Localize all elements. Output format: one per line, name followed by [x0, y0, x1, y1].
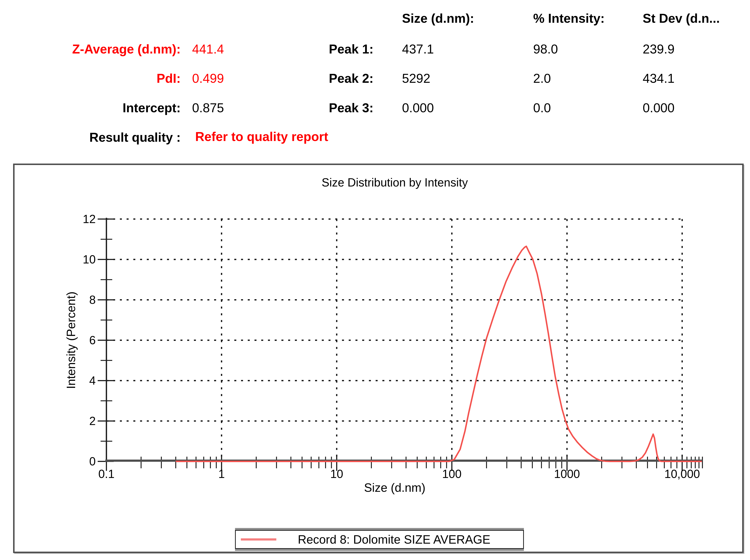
column-header-size: Size (d.nm):	[402, 12, 474, 25]
y-axis-label: Intensity (Percent)	[65, 292, 77, 389]
intercept-label: Intercept:	[123, 101, 181, 114]
y-tick-label: 0	[89, 455, 96, 468]
peak2-label: Peak 2:	[329, 72, 373, 85]
peak3-intensity: 0.0	[533, 101, 551, 114]
x-tick-label: 100	[442, 467, 462, 480]
peak1-size: 437.1	[402, 43, 434, 56]
x-tick-label: 1000	[554, 467, 580, 480]
y-tick-label: 8	[89, 293, 96, 306]
peak2-intensity: 2.0	[533, 72, 551, 85]
x-tick-label: 10,000	[664, 467, 700, 480]
x-tick-label: 10	[330, 467, 343, 480]
z-average-label: Z-Average (d.nm):	[72, 43, 181, 56]
y-tick-label: 6	[89, 334, 96, 347]
y-tick-label: 2	[89, 415, 96, 427]
column-header-intensity: % Intensity:	[533, 12, 605, 25]
peak3-label: Peak 3:	[329, 101, 373, 114]
x-tick-label: 0.1	[98, 467, 115, 480]
y-tick-label: 12	[83, 213, 96, 226]
pdi-value: 0.499	[192, 72, 224, 85]
intercept-value: 0.875	[192, 101, 224, 114]
peak1-label: Peak 1:	[329, 43, 373, 56]
legend-line-sample	[241, 538, 276, 541]
result-quality-value: Refer to quality report	[195, 130, 328, 143]
peak2-size: 5292	[402, 72, 430, 85]
peak1-intensity: 98.0	[533, 43, 558, 56]
intensity-distribution-curve	[176, 246, 702, 461]
y-tick-label: 4	[89, 374, 96, 387]
peak3-size: 0.000	[402, 101, 434, 114]
y-tick-label: 10	[83, 253, 96, 266]
x-axis-label: Size (d.nm)	[222, 482, 568, 494]
legend-box: Record 8: Dolomite SIZE AVERAGE	[235, 530, 524, 549]
peak1-stdev: 239.9	[643, 43, 674, 56]
peak3-stdev: 0.000	[643, 101, 674, 114]
size-distribution-chart-box: 0.1110100100010,000024681012 Size Distri…	[13, 164, 744, 553]
x-tick-label: 1	[218, 467, 225, 480]
chart-title: Size Distribution by Intensity	[222, 177, 568, 188]
legend-series-label: Record 8: Dolomite SIZE AVERAGE	[298, 534, 490, 545]
z-average-value: 441.4	[192, 43, 224, 56]
column-header-stdev: St Dev (d.n...	[643, 12, 720, 25]
result-quality-label: Result quality :	[89, 131, 181, 144]
pdi-label: PdI:	[157, 72, 181, 85]
peak2-stdev: 434.1	[643, 72, 674, 85]
